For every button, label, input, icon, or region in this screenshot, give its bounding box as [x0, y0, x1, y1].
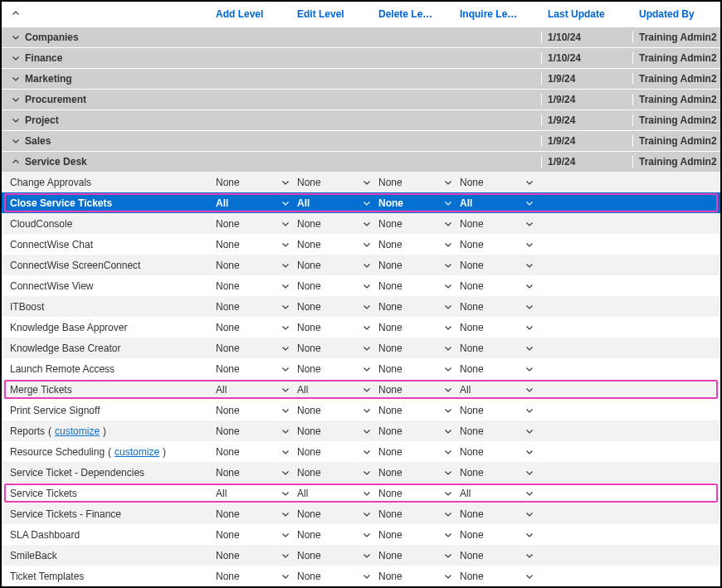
level-dropdown-toggle[interactable]	[355, 301, 378, 313]
level-dropdown-toggle[interactable]	[437, 197, 460, 209]
table-row[interactable]: Ticket TemplatesNoneNoneNoneNone	[2, 566, 720, 586]
table-row[interactable]: Merge TicketsAllAllNoneAll	[2, 379, 720, 400]
level-dropdown-toggle[interactable]	[274, 239, 297, 250]
chevron-down-icon[interactable]	[10, 135, 22, 147]
level-dropdown-toggle[interactable]	[518, 425, 541, 437]
level-dropdown-toggle[interactable]	[437, 260, 460, 271]
header-last-update[interactable]: Last Update	[541, 8, 632, 20]
level-dropdown-toggle[interactable]	[355, 218, 378, 230]
table-row[interactable]: Launch Remote AccessNoneNoneNoneNone	[2, 358, 720, 379]
table-row[interactable]: Knowledge Base ApproverNoneNoneNoneNone	[2, 317, 720, 338]
table-row[interactable]: Service Tickets - FinanceNoneNoneNoneNon…	[2, 503, 720, 524]
group-row[interactable]: Marketing1/9/24Training Admin2	[2, 68, 720, 89]
level-dropdown-toggle[interactable]	[355, 550, 378, 561]
table-row[interactable]: Reports (customize)NoneNoneNoneNone	[2, 420, 720, 441]
level-dropdown-toggle[interactable]	[355, 488, 378, 499]
level-dropdown-toggle[interactable]	[518, 343, 541, 354]
level-dropdown-toggle[interactable]	[274, 177, 297, 188]
level-dropdown-toggle[interactable]	[518, 446, 541, 458]
level-dropdown-toggle[interactable]	[355, 405, 378, 416]
level-dropdown-toggle[interactable]	[274, 301, 297, 313]
level-dropdown-toggle[interactable]	[274, 425, 297, 437]
level-dropdown-toggle[interactable]	[274, 571, 297, 582]
header-inquire[interactable]: Inquire Level	[460, 8, 518, 20]
table-row[interactable]: SLA DashboardNoneNoneNoneNone	[2, 524, 720, 545]
level-dropdown-toggle[interactable]	[355, 384, 378, 396]
level-dropdown-toggle[interactable]	[437, 446, 460, 458]
table-row[interactable]: Knowledge Base CreatorNoneNoneNoneNone	[2, 338, 720, 358]
table-row[interactable]: ConnectWise ChatNoneNoneNoneNone	[2, 234, 720, 255]
level-dropdown-toggle[interactable]	[518, 363, 541, 375]
level-dropdown-toggle[interactable]	[355, 239, 378, 250]
level-dropdown-toggle[interactable]	[355, 425, 378, 437]
level-dropdown-toggle[interactable]	[518, 529, 541, 541]
level-dropdown-toggle[interactable]	[518, 405, 541, 416]
level-dropdown-toggle[interactable]	[437, 177, 460, 188]
level-dropdown-toggle[interactable]	[355, 322, 378, 333]
table-row[interactable]: Close Service TicketsAllAllNoneAll	[2, 192, 720, 213]
level-dropdown-toggle[interactable]	[274, 197, 297, 209]
level-dropdown-toggle[interactable]	[437, 488, 460, 499]
level-dropdown-toggle[interactable]	[518, 384, 541, 396]
level-dropdown-toggle[interactable]	[355, 260, 378, 271]
level-dropdown-toggle[interactable]	[518, 550, 541, 561]
group-row[interactable]: Service Desk1/9/24Training Admin2	[2, 151, 720, 172]
customize-link[interactable]: customize	[55, 425, 100, 437]
table-row[interactable]: Resource Scheduling (customize)NoneNoneN…	[2, 441, 720, 462]
level-dropdown-toggle[interactable]	[274, 343, 297, 354]
group-row[interactable]: Finance1/10/24Training Admin2	[2, 47, 720, 68]
level-dropdown-toggle[interactable]	[518, 301, 541, 313]
level-dropdown-toggle[interactable]	[518, 239, 541, 250]
level-dropdown-toggle[interactable]	[518, 467, 541, 479]
table-row[interactable]: Service TicketsAllAllNoneAll	[2, 483, 720, 503]
level-dropdown-toggle[interactable]	[274, 384, 297, 396]
level-dropdown-toggle[interactable]	[355, 280, 378, 292]
table-row[interactable]: SmileBackNoneNoneNoneNone	[2, 545, 720, 566]
level-dropdown-toggle[interactable]	[518, 280, 541, 292]
level-dropdown-toggle[interactable]	[437, 239, 460, 250]
level-dropdown-toggle[interactable]	[355, 529, 378, 541]
level-dropdown-toggle[interactable]	[437, 529, 460, 541]
level-dropdown-toggle[interactable]	[274, 488, 297, 499]
level-dropdown-toggle[interactable]	[274, 529, 297, 541]
level-dropdown-toggle[interactable]	[437, 343, 460, 354]
level-dropdown-toggle[interactable]	[437, 550, 460, 561]
level-dropdown-toggle[interactable]	[437, 508, 460, 520]
table-row[interactable]: CloudConsoleNoneNoneNoneNone	[2, 213, 720, 234]
chevron-down-icon[interactable]	[10, 32, 22, 43]
level-dropdown-toggle[interactable]	[355, 363, 378, 375]
level-dropdown-toggle[interactable]	[355, 508, 378, 520]
chevron-down-icon[interactable]	[10, 73, 22, 85]
level-dropdown-toggle[interactable]	[437, 301, 460, 313]
table-row[interactable]: ConnectWise ViewNoneNoneNoneNone	[2, 275, 720, 296]
level-dropdown-toggle[interactable]	[518, 218, 541, 230]
header-add[interactable]: Add Level	[216, 8, 274, 20]
level-dropdown-toggle[interactable]	[437, 405, 460, 416]
level-dropdown-toggle[interactable]	[437, 384, 460, 396]
customize-link[interactable]: customize	[115, 446, 159, 458]
group-row[interactable]: Procurement1/9/24Training Admin2	[2, 89, 720, 109]
group-row[interactable]: Companies1/10/24Training Admin2	[2, 27, 720, 47]
level-dropdown-toggle[interactable]	[518, 508, 541, 520]
level-dropdown-toggle[interactable]	[518, 571, 541, 582]
level-dropdown-toggle[interactable]	[355, 343, 378, 354]
level-dropdown-toggle[interactable]	[274, 405, 297, 416]
level-dropdown-toggle[interactable]	[518, 177, 541, 188]
chevron-down-icon[interactable]	[10, 94, 22, 105]
group-row[interactable]: Sales1/9/24Training Admin2	[2, 130, 720, 151]
level-dropdown-toggle[interactable]	[355, 571, 378, 582]
level-dropdown-toggle[interactable]	[437, 467, 460, 479]
chevron-up-icon[interactable]	[10, 7, 22, 19]
level-dropdown-toggle[interactable]	[518, 322, 541, 333]
chevron-down-icon[interactable]	[10, 52, 22, 64]
level-dropdown-toggle[interactable]	[518, 488, 541, 499]
chevron-up-icon[interactable]	[10, 156, 22, 168]
level-dropdown-toggle[interactable]	[355, 197, 378, 209]
level-dropdown-toggle[interactable]	[355, 177, 378, 188]
table-row[interactable]: Change ApprovalsNoneNoneNoneNone	[2, 172, 720, 192]
level-dropdown-toggle[interactable]	[274, 218, 297, 230]
level-dropdown-toggle[interactable]	[355, 446, 378, 458]
header-edit[interactable]: Edit Level	[297, 8, 355, 20]
level-dropdown-toggle[interactable]	[274, 446, 297, 458]
level-dropdown-toggle[interactable]	[355, 467, 378, 479]
